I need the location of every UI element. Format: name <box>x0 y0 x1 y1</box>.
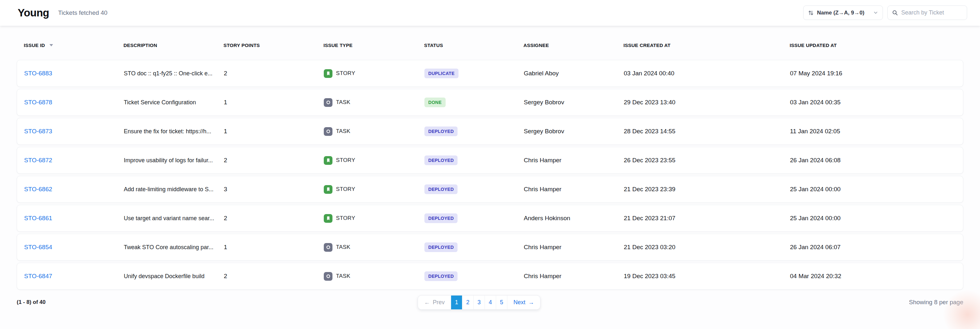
created-at-cell: 26 Dec 2023 23:55 <box>624 157 790 164</box>
issue-id-link[interactable]: STO-6873 <box>24 128 52 134</box>
ticket-table: ISSUE ID DESCRIPTION STORY POINTS ISSUE … <box>0 26 980 329</box>
issue-type-label: TASK <box>336 244 350 251</box>
updated-at-cell: 04 Mar 2024 20:32 <box>790 273 956 280</box>
search-input[interactable] <box>901 10 963 16</box>
issue-id-link[interactable]: STO-6847 <box>24 273 52 279</box>
table-row: STO-6854 Tweak STO Core autoscaling par.… <box>17 234 963 261</box>
pagination-page-1[interactable]: 1 <box>451 295 462 309</box>
table-row: STO-6862 Add rate-limiting middleware to… <box>17 176 963 203</box>
arrow-right-icon: → <box>528 299 534 306</box>
arrow-left-icon: ← <box>424 299 430 306</box>
updated-at-cell: 07 May 2024 19:16 <box>790 70 956 77</box>
created-at-cell: 21 Dec 2023 21:07 <box>624 215 790 222</box>
story-points-cell: 2 <box>224 157 324 164</box>
issue-type-cell: STORY <box>324 156 425 165</box>
issue-id-link[interactable]: STO-6872 <box>24 157 52 163</box>
search-box <box>888 5 967 20</box>
issue-id-link[interactable]: STO-6854 <box>24 244 52 251</box>
story-icon <box>324 156 332 165</box>
sort-arrows-icon <box>808 10 814 16</box>
assignee-cell: Gabriel Aboy <box>524 70 624 77</box>
assignee-cell: Chris Hamper <box>524 273 624 280</box>
issue-type-label: TASK <box>336 128 350 134</box>
status-badge: DEPLOYED <box>425 243 458 252</box>
story-points-cell: 2 <box>224 215 324 222</box>
issue-type-cell: STORY <box>324 185 425 194</box>
column-header-issue-id[interactable]: ISSUE ID <box>24 43 124 48</box>
pagination-prev-button[interactable]: ←Prev <box>418 295 451 309</box>
created-at-cell: 19 Dec 2023 03:45 <box>624 273 790 280</box>
tickets-fetched-label: Tickets fetched 40 <box>58 10 107 16</box>
story-points-cell: 2 <box>224 70 324 77</box>
issue-type-label: STORY <box>336 70 355 77</box>
issue-type-cell: STORY <box>324 69 425 78</box>
story-points-cell: 1 <box>224 244 324 251</box>
status-badge: DEPLOYED <box>425 272 458 281</box>
column-header-status: STATUS <box>424 43 523 48</box>
story-points-cell: 1 <box>224 128 324 135</box>
issue-type-label: STORY <box>336 186 355 193</box>
description-cell: Ticket Service Configuration <box>124 99 224 106</box>
updated-at-cell: 25 Jan 2024 00:00 <box>790 186 956 193</box>
description-cell: Ensure the fix for ticket: https://h... <box>124 128 224 135</box>
updated-at-cell: 26 Jan 2024 06:08 <box>790 157 956 164</box>
column-header-story-points: STORY POINTS <box>223 43 323 48</box>
pagination-page-4[interactable]: 4 <box>485 295 496 309</box>
updated-at-cell: 03 Jan 2024 00:35 <box>790 99 956 106</box>
description-cell: Use target and variant name sear... <box>124 215 224 222</box>
chevron-down-icon <box>873 10 878 16</box>
sort-dropdown[interactable]: Name (Z→A, 9→0) <box>803 5 883 20</box>
task-icon <box>324 98 332 107</box>
toolbar-controls: Name (Z→A, 9→0) <box>803 5 967 20</box>
task-icon <box>324 272 332 281</box>
assignee-cell: Anders Hokinson <box>524 215 624 222</box>
created-at-cell: 21 Dec 2023 03:20 <box>624 244 790 251</box>
issue-id-link[interactable]: STO-6883 <box>24 70 52 77</box>
story-points-cell: 2 <box>224 273 324 280</box>
assignee-cell: Sergey Bobrov <box>524 99 624 106</box>
pagination-page-2[interactable]: 2 <box>462 295 473 309</box>
column-header-description: DESCRIPTION <box>124 43 223 48</box>
created-at-cell: 29 Dec 2023 13:40 <box>624 99 790 106</box>
top-bar: Young Tickets fetched 40 Name (Z→A, 9→0) <box>0 0 980 26</box>
status-badge: DEPLOYED <box>425 214 458 223</box>
issue-type-cell: TASK <box>324 98 425 107</box>
task-icon <box>324 243 332 252</box>
issue-type-cell: TASK <box>324 127 425 136</box>
issue-id-link[interactable]: STO-6878 <box>24 99 52 105</box>
table-header-row: ISSUE ID DESCRIPTION STORY POINTS ISSUE … <box>17 26 963 60</box>
table-row: STO-6878 Ticket Service Configuration 1 … <box>17 89 963 116</box>
pagination-page-5[interactable]: 5 <box>496 295 507 309</box>
updated-at-cell: 26 Jan 2024 06:07 <box>790 244 956 251</box>
issue-type-label: TASK <box>336 273 350 279</box>
column-header-issue-updated-at: ISSUE UPDATED AT <box>790 43 956 48</box>
pagination-page-3[interactable]: 3 <box>473 295 485 309</box>
pagination: ←Prev12345Next→ <box>418 295 541 310</box>
description-cell: Add rate-limiting middleware to S... <box>124 186 224 193</box>
page-title: Young <box>18 7 49 19</box>
row-range-label: (1 - 8) of 40 <box>17 299 46 305</box>
description-cell: Improve usability of logs for failur... <box>124 157 224 164</box>
created-at-cell: 21 Dec 2023 23:39 <box>624 186 790 193</box>
updated-at-cell: 11 Jan 2024 02:05 <box>790 128 956 135</box>
status-badge: DUPLICATE <box>425 69 458 78</box>
status-badge: DEPLOYED <box>425 184 458 194</box>
table-row: STO-6883 STO doc :: q1-fy25 :: One-click… <box>17 60 963 87</box>
issue-type-cell: STORY <box>324 214 425 223</box>
assignee-cell: Chris Hamper <box>524 157 624 164</box>
description-cell: Tweak STO Core autoscaling par... <box>124 244 224 251</box>
table-row: STO-6873 Ensure the fix for ticket: http… <box>17 118 963 145</box>
assignee-cell: Sergey Bobrov <box>524 128 624 135</box>
column-header-assignee: ASSIGNEE <box>523 43 624 48</box>
table-footer: (1 - 8) of 40 ←Prev12345Next→ Showing 8 … <box>17 295 963 310</box>
issue-id-link[interactable]: STO-6862 <box>24 186 52 193</box>
story-points-cell: 3 <box>224 186 324 193</box>
pagination-next-button[interactable]: Next→ <box>507 295 540 309</box>
status-badge: DEPLOYED <box>425 126 458 136</box>
issue-id-link[interactable]: STO-6861 <box>24 215 52 222</box>
sort-desc-triangle-icon <box>49 43 53 47</box>
description-cell: Unify devspace Dockerfile build <box>124 273 224 280</box>
per-page-label: Showing 8 per page <box>909 299 963 306</box>
assignee-cell: Chris Hamper <box>524 186 624 193</box>
story-icon <box>324 185 332 194</box>
